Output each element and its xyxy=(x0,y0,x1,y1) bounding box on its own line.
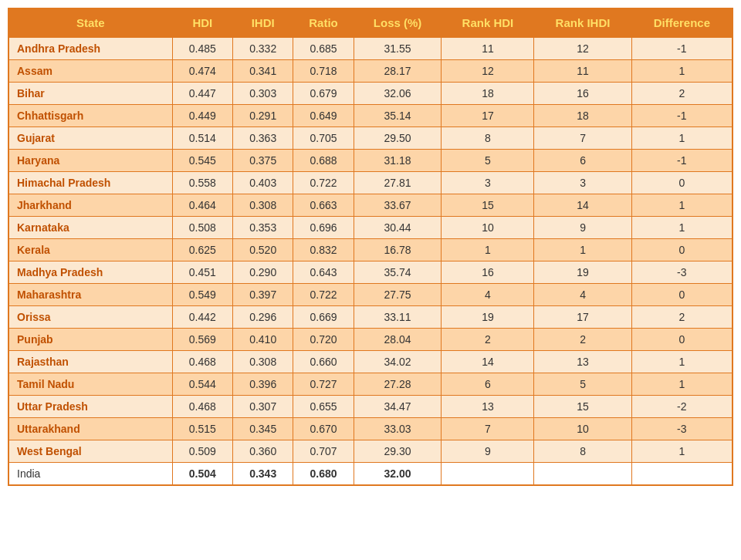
cell-loss: 34.47 xyxy=(354,395,442,417)
col-loss: Loss (%) xyxy=(354,8,442,37)
cell-rankIHDI xyxy=(534,462,631,485)
cell-rankHDI: 9 xyxy=(442,440,534,462)
cell-loss: 35.14 xyxy=(354,104,442,127)
cell-ratio: 0.655 xyxy=(293,395,354,417)
cell-ratio: 0.670 xyxy=(293,417,354,440)
cell-rankIHDI: 5 xyxy=(534,373,631,395)
cell-hdi: 0.451 xyxy=(172,261,232,283)
table-row: Madhya Pradesh0.4510.2900.64335.741619-3 xyxy=(8,261,733,283)
table-row: Bihar0.4470.3030.67932.0618162 xyxy=(8,82,733,104)
cell-hdi: 0.474 xyxy=(172,59,232,82)
cell-hdi: 0.545 xyxy=(172,149,232,171)
cell-rankHDI: 6 xyxy=(442,373,534,395)
col-ihdi: IHDI xyxy=(233,8,293,37)
cell-state: Haryana xyxy=(8,149,172,171)
cell-rankHDI: 3 xyxy=(442,171,534,194)
cell-loss: 31.55 xyxy=(354,37,442,59)
cell-hdi: 0.549 xyxy=(172,283,232,305)
table-row: Chhattisgarh0.4490.2910.64935.141718-1 xyxy=(8,104,733,127)
cell-ihdi: 0.303 xyxy=(233,82,293,104)
cell-state: Maharashtra xyxy=(8,283,172,305)
cell-ratio: 0.669 xyxy=(293,305,354,328)
cell-loss: 28.04 xyxy=(354,328,442,350)
cell-ihdi: 0.290 xyxy=(233,261,293,283)
cell-rankIHDI: 15 xyxy=(534,395,631,417)
cell-state: Rajasthan xyxy=(8,350,172,373)
cell-hdi: 0.509 xyxy=(172,440,232,462)
col-rank-ihdi: Rank IHDI xyxy=(534,8,631,37)
cell-loss: 34.02 xyxy=(354,350,442,373)
cell-ratio: 0.722 xyxy=(293,283,354,305)
cell-rankHDI: 7 xyxy=(442,417,534,440)
cell-ratio: 0.663 xyxy=(293,194,354,216)
col-ratio: Ratio xyxy=(293,8,354,37)
cell-ratio: 0.705 xyxy=(293,127,354,149)
cell-rankHDI: 4 xyxy=(442,283,534,305)
cell-ihdi: 0.363 xyxy=(233,127,293,149)
cell-state: Madhya Pradesh xyxy=(8,261,172,283)
cell-rankIHDI: 1 xyxy=(534,238,631,261)
col-rank-hdi: Rank HDI xyxy=(442,8,534,37)
cell-ihdi: 0.396 xyxy=(233,373,293,395)
cell-state: Orissa xyxy=(8,305,172,328)
cell-diff: 1 xyxy=(631,59,733,82)
cell-diff: -1 xyxy=(631,149,733,171)
cell-ratio: 0.722 xyxy=(293,171,354,194)
cell-state: Kerala xyxy=(8,238,172,261)
cell-ihdi: 0.332 xyxy=(233,37,293,59)
cell-diff: 1 xyxy=(631,216,733,238)
cell-loss: 27.75 xyxy=(354,283,442,305)
cell-ihdi: 0.296 xyxy=(233,305,293,328)
cell-diff: -2 xyxy=(631,395,733,417)
cell-loss: 28.17 xyxy=(354,59,442,82)
cell-rankIHDI: 2 xyxy=(534,328,631,350)
cell-rankIHDI: 17 xyxy=(534,305,631,328)
cell-state: Chhattisgarh xyxy=(8,104,172,127)
cell-diff: 1 xyxy=(631,373,733,395)
table-row: Maharashtra0.5490.3970.72227.75440 xyxy=(8,283,733,305)
cell-ihdi: 0.520 xyxy=(233,238,293,261)
cell-ihdi: 0.410 xyxy=(233,328,293,350)
cell-diff: 0 xyxy=(631,171,733,194)
cell-loss: 31.18 xyxy=(354,149,442,171)
cell-hdi: 0.544 xyxy=(172,373,232,395)
cell-ratio: 0.685 xyxy=(293,37,354,59)
cell-hdi: 0.569 xyxy=(172,328,232,350)
col-state: State xyxy=(8,8,172,37)
cell-ihdi: 0.343 xyxy=(233,462,293,485)
cell-rankIHDI: 13 xyxy=(534,350,631,373)
cell-state: Bihar xyxy=(8,82,172,104)
cell-diff xyxy=(631,462,733,485)
cell-rankHDI: 10 xyxy=(442,216,534,238)
table-container: State HDI IHDI Ratio Loss (%) Rank HDI R… xyxy=(8,8,733,486)
cell-ihdi: 0.345 xyxy=(233,417,293,440)
cell-ihdi: 0.291 xyxy=(233,104,293,127)
cell-loss: 32.00 xyxy=(354,462,442,485)
cell-hdi: 0.504 xyxy=(172,462,232,485)
cell-loss: 33.67 xyxy=(354,194,442,216)
cell-ratio: 0.649 xyxy=(293,104,354,127)
cell-rankHDI: 13 xyxy=(442,395,534,417)
cell-rankIHDI: 10 xyxy=(534,417,631,440)
cell-hdi: 0.558 xyxy=(172,171,232,194)
cell-rankHDI: 1 xyxy=(442,238,534,261)
cell-rankIHDI: 12 xyxy=(534,37,631,59)
table-row: Orissa0.4420.2960.66933.1119172 xyxy=(8,305,733,328)
cell-diff: 1 xyxy=(631,194,733,216)
cell-loss: 33.03 xyxy=(354,417,442,440)
cell-hdi: 0.515 xyxy=(172,417,232,440)
cell-rankIHDI: 14 xyxy=(534,194,631,216)
cell-rankIHDI: 7 xyxy=(534,127,631,149)
table-row: Rajasthan0.4680.3080.66034.0214131 xyxy=(8,350,733,373)
cell-rankHDI: 5 xyxy=(442,149,534,171)
hdi-table: State HDI IHDI Ratio Loss (%) Rank HDI R… xyxy=(8,8,733,486)
cell-rankIHDI: 18 xyxy=(534,104,631,127)
cell-loss: 27.81 xyxy=(354,171,442,194)
cell-loss: 30.44 xyxy=(354,216,442,238)
cell-state: Himachal Pradesh xyxy=(8,171,172,194)
cell-diff: 2 xyxy=(631,305,733,328)
col-difference: Difference xyxy=(631,8,733,37)
header-row: State HDI IHDI Ratio Loss (%) Rank HDI R… xyxy=(8,8,733,37)
cell-hdi: 0.485 xyxy=(172,37,232,59)
cell-rankHDI: 18 xyxy=(442,82,534,104)
